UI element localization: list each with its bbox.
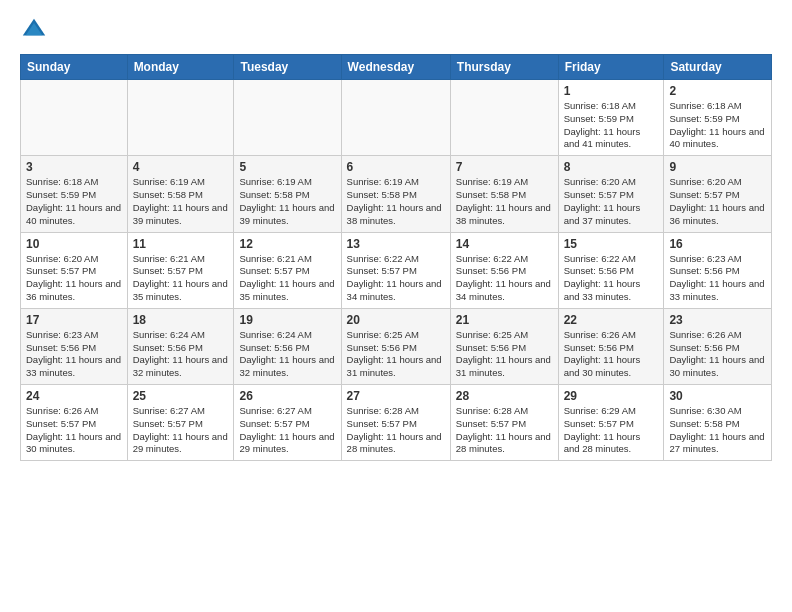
day-info: Sunrise: 6:27 AM Sunset: 5:57 PM Dayligh… bbox=[133, 405, 229, 456]
day-info: Sunrise: 6:19 AM Sunset: 5:58 PM Dayligh… bbox=[239, 176, 335, 227]
day-info: Sunrise: 6:26 AM Sunset: 5:56 PM Dayligh… bbox=[669, 329, 766, 380]
day-number: 27 bbox=[347, 389, 445, 403]
calendar-cell: 26Sunrise: 6:27 AM Sunset: 5:57 PM Dayli… bbox=[234, 385, 341, 461]
day-number: 12 bbox=[239, 237, 335, 251]
day-number: 11 bbox=[133, 237, 229, 251]
day-number: 26 bbox=[239, 389, 335, 403]
logo bbox=[20, 16, 52, 44]
calendar-cell: 19Sunrise: 6:24 AM Sunset: 5:56 PM Dayli… bbox=[234, 308, 341, 384]
weekday-header-friday: Friday bbox=[558, 55, 664, 80]
calendar-week-5: 24Sunrise: 6:26 AM Sunset: 5:57 PM Dayli… bbox=[21, 385, 772, 461]
day-info: Sunrise: 6:22 AM Sunset: 5:56 PM Dayligh… bbox=[456, 253, 553, 304]
day-info: Sunrise: 6:25 AM Sunset: 5:56 PM Dayligh… bbox=[456, 329, 553, 380]
day-number: 15 bbox=[564, 237, 659, 251]
page: SundayMondayTuesdayWednesdayThursdayFrid… bbox=[0, 0, 792, 612]
day-info: Sunrise: 6:19 AM Sunset: 5:58 PM Dayligh… bbox=[456, 176, 553, 227]
calendar-cell: 24Sunrise: 6:26 AM Sunset: 5:57 PM Dayli… bbox=[21, 385, 128, 461]
day-number: 25 bbox=[133, 389, 229, 403]
day-number: 13 bbox=[347, 237, 445, 251]
calendar-cell: 6Sunrise: 6:19 AM Sunset: 5:58 PM Daylig… bbox=[341, 156, 450, 232]
day-info: Sunrise: 6:29 AM Sunset: 5:57 PM Dayligh… bbox=[564, 405, 659, 456]
calendar-cell: 28Sunrise: 6:28 AM Sunset: 5:57 PM Dayli… bbox=[450, 385, 558, 461]
calendar-cell: 1Sunrise: 6:18 AM Sunset: 5:59 PM Daylig… bbox=[558, 80, 664, 156]
day-number: 2 bbox=[669, 84, 766, 98]
day-info: Sunrise: 6:20 AM Sunset: 5:57 PM Dayligh… bbox=[669, 176, 766, 227]
day-info: Sunrise: 6:24 AM Sunset: 5:56 PM Dayligh… bbox=[133, 329, 229, 380]
calendar-cell: 2Sunrise: 6:18 AM Sunset: 5:59 PM Daylig… bbox=[664, 80, 772, 156]
calendar-cell: 22Sunrise: 6:26 AM Sunset: 5:56 PM Dayli… bbox=[558, 308, 664, 384]
day-info: Sunrise: 6:19 AM Sunset: 5:58 PM Dayligh… bbox=[347, 176, 445, 227]
header bbox=[20, 16, 772, 44]
calendar-cell bbox=[341, 80, 450, 156]
calendar-cell: 14Sunrise: 6:22 AM Sunset: 5:56 PM Dayli… bbox=[450, 232, 558, 308]
day-info: Sunrise: 6:18 AM Sunset: 5:59 PM Dayligh… bbox=[564, 100, 659, 151]
day-info: Sunrise: 6:26 AM Sunset: 5:57 PM Dayligh… bbox=[26, 405, 122, 456]
day-info: Sunrise: 6:22 AM Sunset: 5:56 PM Dayligh… bbox=[564, 253, 659, 304]
calendar-cell: 15Sunrise: 6:22 AM Sunset: 5:56 PM Dayli… bbox=[558, 232, 664, 308]
day-number: 23 bbox=[669, 313, 766, 327]
weekday-header-monday: Monday bbox=[127, 55, 234, 80]
day-number: 18 bbox=[133, 313, 229, 327]
calendar-cell: 10Sunrise: 6:20 AM Sunset: 5:57 PM Dayli… bbox=[21, 232, 128, 308]
day-info: Sunrise: 6:19 AM Sunset: 5:58 PM Dayligh… bbox=[133, 176, 229, 227]
day-info: Sunrise: 6:28 AM Sunset: 5:57 PM Dayligh… bbox=[456, 405, 553, 456]
day-number: 8 bbox=[564, 160, 659, 174]
calendar-cell: 18Sunrise: 6:24 AM Sunset: 5:56 PM Dayli… bbox=[127, 308, 234, 384]
day-info: Sunrise: 6:28 AM Sunset: 5:57 PM Dayligh… bbox=[347, 405, 445, 456]
weekday-header-wednesday: Wednesday bbox=[341, 55, 450, 80]
calendar-cell: 21Sunrise: 6:25 AM Sunset: 5:56 PM Dayli… bbox=[450, 308, 558, 384]
day-number: 28 bbox=[456, 389, 553, 403]
calendar-cell: 7Sunrise: 6:19 AM Sunset: 5:58 PM Daylig… bbox=[450, 156, 558, 232]
calendar-cell: 25Sunrise: 6:27 AM Sunset: 5:57 PM Dayli… bbox=[127, 385, 234, 461]
day-number: 16 bbox=[669, 237, 766, 251]
weekday-header-saturday: Saturday bbox=[664, 55, 772, 80]
day-number: 9 bbox=[669, 160, 766, 174]
calendar-cell: 27Sunrise: 6:28 AM Sunset: 5:57 PM Dayli… bbox=[341, 385, 450, 461]
day-info: Sunrise: 6:18 AM Sunset: 5:59 PM Dayligh… bbox=[26, 176, 122, 227]
calendar-week-2: 3Sunrise: 6:18 AM Sunset: 5:59 PM Daylig… bbox=[21, 156, 772, 232]
day-info: Sunrise: 6:20 AM Sunset: 5:57 PM Dayligh… bbox=[564, 176, 659, 227]
day-info: Sunrise: 6:26 AM Sunset: 5:56 PM Dayligh… bbox=[564, 329, 659, 380]
day-number: 19 bbox=[239, 313, 335, 327]
day-number: 14 bbox=[456, 237, 553, 251]
weekday-header-tuesday: Tuesday bbox=[234, 55, 341, 80]
calendar-week-3: 10Sunrise: 6:20 AM Sunset: 5:57 PM Dayli… bbox=[21, 232, 772, 308]
day-number: 6 bbox=[347, 160, 445, 174]
weekday-header-sunday: Sunday bbox=[21, 55, 128, 80]
day-info: Sunrise: 6:20 AM Sunset: 5:57 PM Dayligh… bbox=[26, 253, 122, 304]
day-info: Sunrise: 6:27 AM Sunset: 5:57 PM Dayligh… bbox=[239, 405, 335, 456]
calendar-cell: 5Sunrise: 6:19 AM Sunset: 5:58 PM Daylig… bbox=[234, 156, 341, 232]
day-number: 3 bbox=[26, 160, 122, 174]
calendar-cell: 4Sunrise: 6:19 AM Sunset: 5:58 PM Daylig… bbox=[127, 156, 234, 232]
day-info: Sunrise: 6:21 AM Sunset: 5:57 PM Dayligh… bbox=[239, 253, 335, 304]
weekday-header-thursday: Thursday bbox=[450, 55, 558, 80]
calendar-cell: 29Sunrise: 6:29 AM Sunset: 5:57 PM Dayli… bbox=[558, 385, 664, 461]
day-number: 29 bbox=[564, 389, 659, 403]
day-number: 4 bbox=[133, 160, 229, 174]
calendar-cell: 13Sunrise: 6:22 AM Sunset: 5:57 PM Dayli… bbox=[341, 232, 450, 308]
calendar-cell bbox=[21, 80, 128, 156]
logo-icon bbox=[20, 16, 48, 44]
calendar-cell bbox=[450, 80, 558, 156]
calendar-cell bbox=[127, 80, 234, 156]
day-number: 20 bbox=[347, 313, 445, 327]
day-number: 17 bbox=[26, 313, 122, 327]
day-number: 1 bbox=[564, 84, 659, 98]
calendar-cell: 20Sunrise: 6:25 AM Sunset: 5:56 PM Dayli… bbox=[341, 308, 450, 384]
day-info: Sunrise: 6:23 AM Sunset: 5:56 PM Dayligh… bbox=[26, 329, 122, 380]
day-info: Sunrise: 6:25 AM Sunset: 5:56 PM Dayligh… bbox=[347, 329, 445, 380]
calendar-cell bbox=[234, 80, 341, 156]
calendar-cell: 23Sunrise: 6:26 AM Sunset: 5:56 PM Dayli… bbox=[664, 308, 772, 384]
calendar-week-4: 17Sunrise: 6:23 AM Sunset: 5:56 PM Dayli… bbox=[21, 308, 772, 384]
day-number: 22 bbox=[564, 313, 659, 327]
day-info: Sunrise: 6:21 AM Sunset: 5:57 PM Dayligh… bbox=[133, 253, 229, 304]
day-info: Sunrise: 6:24 AM Sunset: 5:56 PM Dayligh… bbox=[239, 329, 335, 380]
day-info: Sunrise: 6:18 AM Sunset: 5:59 PM Dayligh… bbox=[669, 100, 766, 151]
calendar-cell: 17Sunrise: 6:23 AM Sunset: 5:56 PM Dayli… bbox=[21, 308, 128, 384]
day-number: 30 bbox=[669, 389, 766, 403]
day-number: 24 bbox=[26, 389, 122, 403]
calendar-table: SundayMondayTuesdayWednesdayThursdayFrid… bbox=[20, 54, 772, 461]
calendar-cell: 11Sunrise: 6:21 AM Sunset: 5:57 PM Dayli… bbox=[127, 232, 234, 308]
calendar-cell: 3Sunrise: 6:18 AM Sunset: 5:59 PM Daylig… bbox=[21, 156, 128, 232]
calendar-cell: 30Sunrise: 6:30 AM Sunset: 5:58 PM Dayli… bbox=[664, 385, 772, 461]
